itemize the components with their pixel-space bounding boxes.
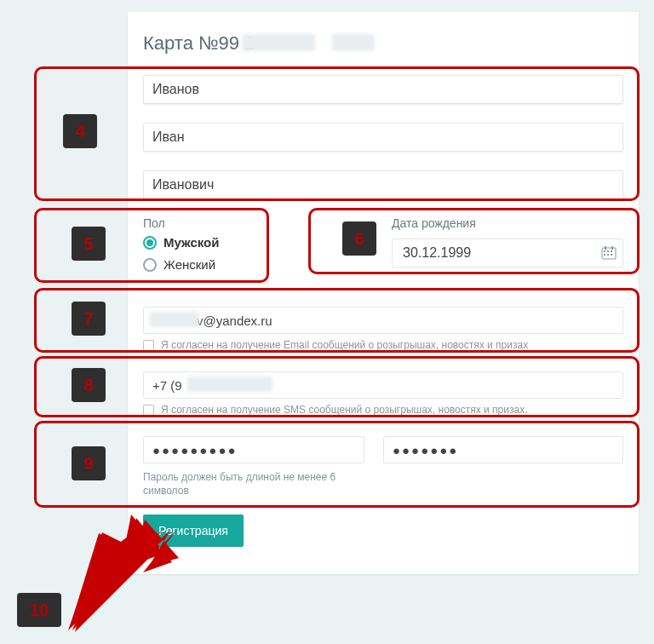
- calendar-icon[interactable]: [601, 245, 617, 261]
- redacted: [187, 377, 272, 392]
- sms-consent-row[interactable]: Я согласен на получение SMS сообщений о …: [143, 404, 527, 416]
- annotation-number-4: 4: [63, 114, 97, 148]
- annotation-number-8: 8: [72, 368, 106, 402]
- sms-consent-label: Я согласен на получение SMS сообщений о …: [161, 404, 527, 416]
- gender-female-option[interactable]: Женский: [143, 257, 215, 272]
- checkbox-icon: [143, 405, 154, 416]
- email-input[interactable]: [143, 307, 623, 334]
- radio-on-icon: [143, 236, 157, 250]
- svg-rect-3: [611, 250, 612, 252]
- annotation-number-7: 7: [72, 302, 106, 336]
- annotation-number-9: 9: [72, 446, 106, 480]
- form-card: Карта №99 2 Пол Мужской Женский Дата рож…: [128, 12, 639, 574]
- gender-female-label: Женский: [164, 257, 215, 272]
- submit-button[interactable]: Регистрация: [143, 515, 244, 547]
- gender-male-option[interactable]: Мужской: [143, 235, 220, 250]
- svg-rect-5: [607, 254, 609, 256]
- dob-field: [392, 239, 623, 269]
- dob-label: Дата рождения: [392, 216, 476, 230]
- email-consent-row[interactable]: Я согласен на получение Email сообщений …: [143, 339, 528, 351]
- svg-rect-6: [611, 254, 612, 256]
- svg-rect-7: [605, 246, 606, 250]
- dob-input[interactable]: [392, 239, 623, 267]
- last-name-input[interactable]: [143, 75, 623, 104]
- radio-off-icon: [143, 258, 157, 272]
- checkbox-icon: [143, 340, 154, 351]
- password-confirm-input[interactable]: [383, 436, 623, 463]
- annotation-number-10: 10: [17, 593, 61, 627]
- card-title: Карта №99 2: [143, 32, 255, 55]
- gender-male-label: Мужской: [164, 235, 220, 250]
- middle-name-input[interactable]: [143, 170, 623, 199]
- password-help: Пароль должен быть длиной не менее 6 сим…: [143, 470, 356, 497]
- email-consent-label: Я согласен на получение Email сообщений …: [161, 339, 528, 351]
- svg-rect-4: [604, 254, 605, 256]
- first-name-input[interactable]: [143, 123, 623, 152]
- annotation-number-6: 6: [342, 221, 376, 256]
- svg-rect-0: [602, 248, 616, 259]
- svg-rect-1: [604, 250, 605, 252]
- annotation-number-5: 5: [72, 227, 106, 261]
- gender-label: Пол: [143, 216, 165, 230]
- redacted: [150, 312, 199, 327]
- password-input[interactable]: [143, 436, 364, 463]
- redacted: [242, 34, 315, 51]
- svg-rect-2: [607, 250, 609, 252]
- redacted: [332, 34, 375, 51]
- svg-rect-8: [611, 246, 613, 250]
